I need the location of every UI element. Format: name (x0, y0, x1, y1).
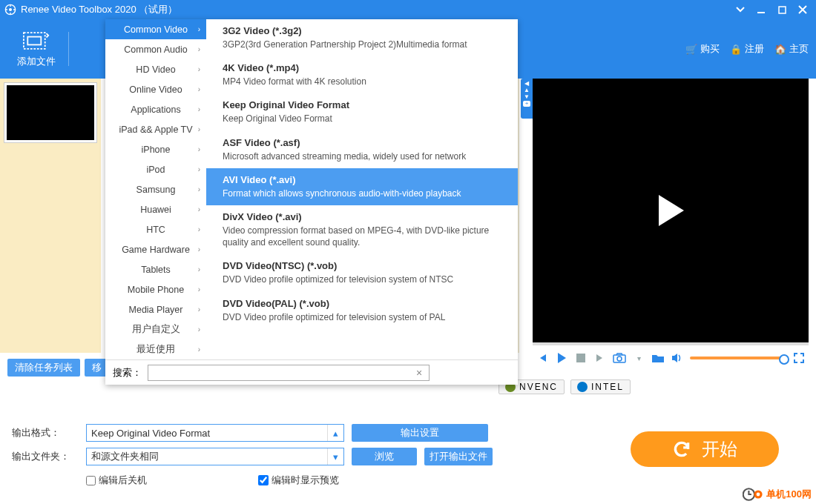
format-item[interactable]: 4K Video (*.mp4)MP4 Video format with 4K… (206, 56, 518, 93)
format-item[interactable]: DivX Video (*.avi)Video compression form… (206, 205, 518, 254)
start-label: 开始 (702, 437, 737, 461)
format-desc: 3GP2(3rd Generation Partnership Project … (223, 39, 501, 50)
category-item[interactable]: iPod› (105, 159, 206, 179)
preview-video[interactable] (533, 79, 809, 342)
register-link[interactable]: 🔒注册 (730, 42, 764, 56)
video-thumbnail[interactable] (4, 83, 96, 142)
format-item[interactable]: DVD Video(NTSC) (*.vob)DVD Video profile… (206, 254, 518, 291)
toolbar-separator (68, 32, 69, 66)
snapshot-chevron[interactable]: ▾ (632, 351, 645, 365)
out-folder-value: 和源文件夹相同 (91, 450, 159, 463)
format-item[interactable]: ASF Video (*.asf)Microsoft advanced stre… (206, 131, 518, 168)
chevron-right-icon: › (198, 345, 200, 354)
format-title: DivX Video (*.avi) (223, 211, 501, 222)
browse-button[interactable]: 浏览 (352, 448, 417, 465)
category-item[interactable]: HTC› (105, 219, 206, 239)
chevron-right-icon: › (198, 25, 200, 33)
volume-icon[interactable] (671, 351, 684, 365)
category-item[interactable]: Mobile Phone› (105, 279, 206, 299)
clear-search-icon[interactable]: × (416, 367, 422, 379)
category-item[interactable]: Game Hardware› (105, 239, 206, 259)
home-link[interactable]: 🏠主页 (774, 42, 809, 56)
fullscreen-button[interactable] (792, 351, 806, 365)
add-file-button[interactable]: 添加文件 (7, 25, 65, 73)
category-item[interactable]: Media Player› (105, 299, 206, 319)
brand-text: 单机100网 (766, 488, 812, 501)
intel-chip[interactable]: INTEL (570, 379, 631, 394)
category-label: iPod (146, 165, 165, 175)
svg-point-1 (9, 8, 12, 11)
category-label: HTC (146, 225, 165, 235)
category-item[interactable]: iPhone› (105, 139, 206, 159)
format-item[interactable]: DVD Video(PAL) (*.vob)DVD Video profile … (206, 292, 518, 329)
format-item[interactable]: 3G2 Video (*.3g2)3GP2(3rd Generation Par… (206, 19, 518, 56)
prev-button[interactable] (536, 351, 549, 365)
category-item[interactable]: Tablets› (105, 259, 206, 279)
shutdown-checkbox[interactable]: 编辑后关机 (86, 474, 147, 487)
format-title: AVI Video (*.avi) (223, 174, 501, 185)
category-label: iPad && Apple TV (119, 125, 192, 135)
chevron-right-icon: › (198, 185, 200, 193)
category-list: Common Video›Common Audio›HD Video›Onlin… (105, 19, 206, 359)
film-add-icon (23, 30, 50, 52)
buy-link[interactable]: 🛒购买 (685, 42, 720, 56)
category-item[interactable]: Applications› (105, 99, 206, 119)
category-item[interactable]: HD Video› (105, 59, 206, 79)
format-title: DVD Video(PAL) (*.vob) (223, 298, 501, 309)
category-label: Mobile Phone (128, 285, 184, 295)
category-item[interactable]: iPad && Apple TV› (105, 119, 206, 139)
svg-rect-8 (576, 354, 585, 362)
preview-while-checkbox[interactable]: 编辑时显示预览 (258, 474, 339, 487)
close-button[interactable] (794, 3, 812, 16)
lock-icon: 🔒 (730, 44, 742, 55)
play-icon (656, 193, 685, 228)
dropdown-button[interactable] (731, 3, 749, 16)
category-label: Huawei (140, 205, 171, 215)
preview-while-label: 编辑时显示预览 (272, 474, 339, 487)
stop-button[interactable] (574, 351, 588, 365)
category-item[interactable]: 最近使用› (105, 339, 206, 359)
format-title: 3G2 Video (*.3g2) (223, 25, 501, 36)
start-button[interactable]: 开始 (631, 431, 779, 467)
maximize-button[interactable] (773, 3, 791, 16)
chevron-right-icon: › (198, 245, 200, 253)
format-desc: Video compression format based on MPEG-4… (223, 225, 501, 248)
output-settings-button[interactable]: 输出设置 (352, 424, 488, 442)
bottom-panel: 输出格式： Keep Original Video Format ▴ 输出设置 … (0, 415, 816, 504)
chevron-right-icon: › (198, 165, 200, 173)
out-format-combo[interactable]: Keep Original Video Format ▴ (86, 424, 344, 442)
clear-tasks-button[interactable]: 清除任务列表 (7, 359, 80, 377)
open-folder-button[interactable] (651, 351, 665, 365)
format-desc: Keep Original Video Format (223, 113, 501, 125)
panel-resize-handle[interactable]: ◀▲▼+ (521, 79, 533, 119)
preview-panel: ◀▲▼+ ▾ (533, 79, 809, 368)
category-item[interactable]: Huawei› (105, 199, 206, 219)
format-title: Keep Original Video Format (223, 99, 501, 110)
format-desc: Format which allows synchronous audio-wi… (223, 188, 501, 199)
search-input[interactable] (148, 365, 430, 381)
category-item[interactable]: 用户自定义› (105, 319, 206, 339)
out-folder-combo[interactable]: 和源文件夹相同 ▾ (86, 448, 344, 465)
preview-controls: ▾ (533, 345, 809, 368)
format-desc: MP4 Video format with 4K resolution (223, 76, 501, 87)
volume-slider[interactable] (690, 357, 786, 359)
app-title: Renee Video Toolbox 2020 （试用） (21, 3, 177, 16)
format-item[interactable]: Keep Original Video FormatKeep Original … (206, 93, 518, 130)
category-item[interactable]: Online Video› (105, 79, 206, 99)
format-item[interactable]: AVI Video (*.avi)Format which allows syn… (206, 168, 518, 205)
category-item[interactable]: Common Video› (105, 19, 206, 39)
minimize-button[interactable] (752, 3, 770, 16)
category-item[interactable]: Common Audio› (105, 39, 206, 59)
brand-icon (743, 486, 763, 503)
chevron-right-icon: › (198, 305, 200, 314)
category-item[interactable]: Samsung› (105, 179, 206, 199)
open-output-button[interactable]: 打开输出文件 (424, 448, 493, 465)
out-format-label: 输出格式： (12, 426, 79, 440)
next-button[interactable] (593, 351, 607, 365)
category-label: Applications (131, 105, 180, 115)
snapshot-button[interactable] (613, 351, 626, 365)
play-button[interactable] (555, 351, 568, 365)
brand-logo[interactable]: 单机100网 (743, 486, 812, 503)
titlebar: Renee Video Toolbox 2020 （试用） (0, 0, 816, 19)
chevron-right-icon: › (198, 145, 200, 153)
